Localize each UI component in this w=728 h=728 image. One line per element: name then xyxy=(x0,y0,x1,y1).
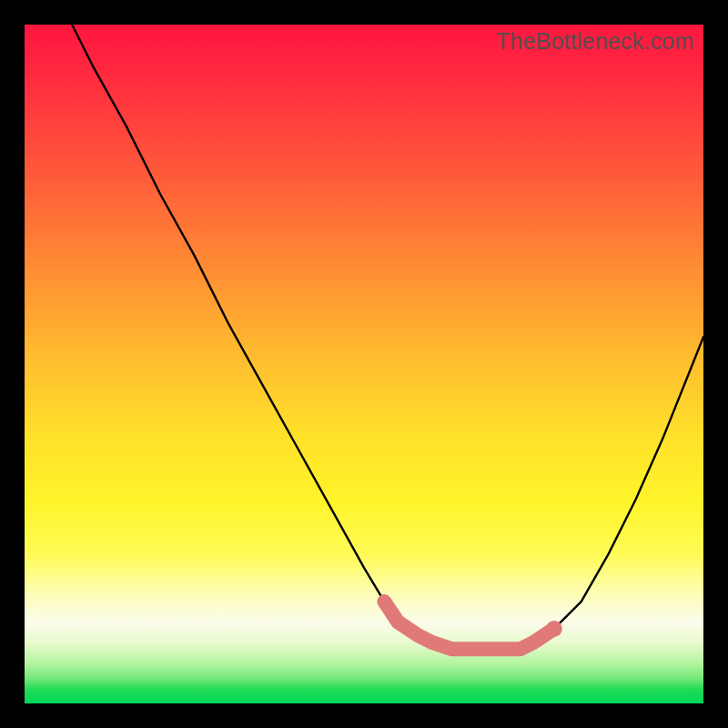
chart-frame: TheBottleneck.com xyxy=(0,0,728,728)
plot-area: TheBottleneck.com xyxy=(25,25,703,703)
band-end-dot xyxy=(546,621,562,637)
optimal-band-path xyxy=(384,602,554,649)
bottleneck-curve-path xyxy=(72,25,703,649)
chart-svg xyxy=(25,25,703,703)
